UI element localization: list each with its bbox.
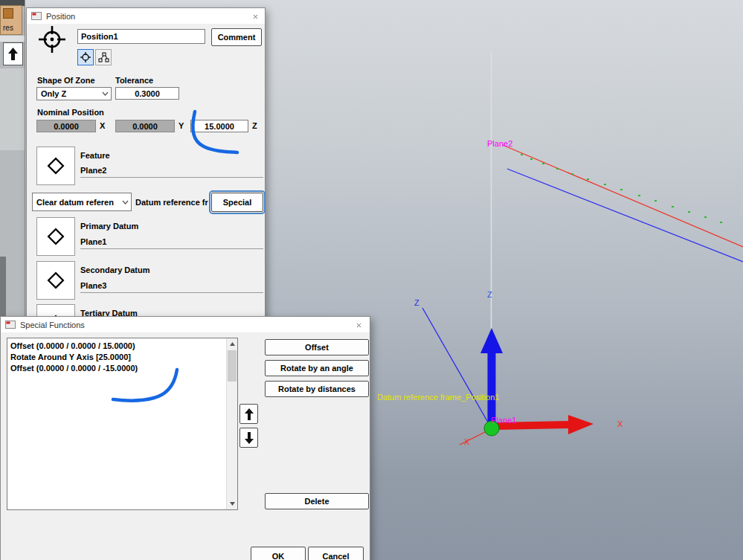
- special-button[interactable]: Special: [211, 193, 263, 212]
- axis-x-label: X: [100, 121, 105, 130]
- rotate-by-distances-label: Rotate by distances: [278, 384, 356, 393]
- axis-z-label: Z: [252, 121, 257, 130]
- nominal-y-input[interactable]: 0.0000: [115, 120, 175, 132]
- special-functions-dialog: Special Functions Offset (0.0000 / 0.000…: [0, 316, 370, 560]
- ok-button-label: OK: [272, 552, 285, 560]
- move-item-down-button[interactable]: [239, 428, 258, 448]
- mode-toggle-group: [77, 49, 112, 65]
- datum-reference-dropdown[interactable]: Clear datum referen: [32, 193, 132, 211]
- move-item-up-button[interactable]: [239, 404, 258, 424]
- secondary-datum-label: Secondary Datum: [80, 265, 150, 274]
- offset-button[interactable]: Offset: [265, 339, 369, 355]
- feature-name-input[interactable]: Position1: [77, 29, 205, 44]
- position-crosshair-icon: [38, 25, 66, 54]
- up-arrow-icon: [8, 48, 18, 60]
- position-dialog-titlebar[interactable]: Position: [27, 8, 265, 24]
- comment-button-label: Comment: [218, 33, 256, 42]
- position-close-button[interactable]: [249, 10, 262, 22]
- datum-frame-label: Datum reference frame_Position1: [377, 393, 499, 402]
- datum-z-axis-line: [422, 308, 490, 426]
- secondary-datum-value[interactable]: Plane3: [80, 281, 263, 293]
- list-item[interactable]: Offset (0.0000 / 0.0000 / -15.0000): [7, 363, 237, 374]
- scrollbar-thumb[interactable]: [228, 350, 237, 382]
- secondary-datum-selector-box[interactable]: [36, 261, 75, 300]
- triangle-down-icon: [230, 502, 235, 506]
- scrollbar-down-button[interactable]: [227, 498, 237, 509]
- ok-button[interactable]: OK: [251, 547, 306, 560]
- down-arrow-icon: [245, 432, 254, 444]
- z-axis-arrow-head: [480, 328, 503, 353]
- cancel-button[interactable]: Cancel: [308, 547, 364, 560]
- tolerance-label: Tolerance: [115, 76, 153, 85]
- rotate-by-angle-label: Rotate by an angle: [280, 364, 353, 373]
- rail-divider: [0, 36, 25, 42]
- rotate-by-distances-button[interactable]: Rotate by distances: [265, 381, 369, 397]
- plane-diamond-icon: [45, 269, 67, 292]
- app-window-icon: [5, 321, 16, 329]
- primary-datum-value[interactable]: Plane1: [80, 237, 263, 249]
- measurement-points: [521, 154, 722, 223]
- scroll-up-button[interactable]: [3, 42, 23, 65]
- z-axis-label-left: Z: [414, 298, 419, 307]
- position-mode-toggle[interactable]: [77, 49, 94, 65]
- features-toolbar-icon: [3, 8, 13, 19]
- plane-top-label: Plane2: [487, 139, 512, 148]
- features-toolbar-tab[interactable]: res: [0, 5, 22, 35]
- feature-value[interactable]: Plane2: [80, 166, 263, 178]
- point-pattern-icon: [98, 52, 109, 62]
- feature-selector-box[interactable]: [36, 147, 75, 185]
- x-axis-label-right: X: [617, 419, 623, 428]
- nominal-position-label: Nominal Position: [37, 108, 104, 117]
- list-item[interactable]: Rotate Around Y Axis [25.0000]: [7, 352, 237, 363]
- rotate-by-angle-button[interactable]: Rotate by an angle: [265, 360, 369, 376]
- tolerance-input[interactable]: 0.3000: [115, 87, 179, 100]
- delete-button[interactable]: Delete: [265, 493, 369, 509]
- triangle-up-icon: [230, 342, 235, 346]
- plane-edge-blue-line: [507, 169, 743, 262]
- primary-datum-selector-box[interactable]: [36, 217, 75, 256]
- primary-datum-label: Primary Datum: [80, 222, 138, 231]
- datum-reference-dropdown-value: Clear datum referen: [36, 198, 114, 207]
- axis-y-label: Y: [178, 121, 184, 130]
- rail-panel-segment: [0, 68, 25, 150]
- x-axis-arrow-shaft: [495, 425, 570, 426]
- shape-of-zone-value: Only Z: [41, 89, 66, 98]
- special-functions-titlebar[interactable]: Special Functions: [1, 317, 370, 332]
- shape-of-zone-label: Shape Of Zone: [37, 76, 95, 85]
- nominal-x-value: 0.0000: [54, 122, 79, 131]
- feature-name-value: Position1: [81, 32, 118, 41]
- offset-button-label: Offset: [305, 343, 329, 352]
- crosshair-mode-icon: [80, 52, 91, 62]
- plane-diamond-icon: [45, 225, 67, 248]
- x-axis-arrow-head: [568, 415, 594, 434]
- plane-diamond-icon: [45, 155, 67, 177]
- z-axis-label-top: Z: [487, 290, 492, 299]
- tolerance-value: 0.3000: [135, 89, 160, 98]
- scrollbar-up-button[interactable]: [227, 338, 237, 350]
- nominal-x-input[interactable]: 0.0000: [36, 120, 96, 132]
- list-item[interactable]: Offset (0.0000 / 0.0000 / 15.0000): [7, 338, 237, 352]
- comment-button[interactable]: Comment: [211, 28, 262, 46]
- x-axis-label-left: X: [464, 437, 470, 446]
- features-tab-label: res: [3, 24, 13, 32]
- transformation-listbox[interactable]: Offset (0.0000 / 0.0000 / 15.0000) Rotat…: [7, 338, 238, 510]
- up-arrow-icon: [245, 408, 254, 420]
- special-button-label: Special: [223, 198, 252, 207]
- position-dialog-title: Position: [46, 12, 75, 21]
- pattern-mode-toggle[interactable]: [95, 49, 112, 65]
- nominal-z-value: 15.0000: [205, 122, 234, 131]
- plane-origin-label: Plane1: [491, 416, 516, 425]
- close-icon: [357, 322, 361, 329]
- close-icon: [254, 13, 257, 20]
- shape-of-zone-dropdown[interactable]: Only Z: [36, 87, 112, 100]
- special-functions-close-button[interactable]: [353, 319, 365, 331]
- datum-reference-frame-label: Datum reference fr: [135, 198, 210, 207]
- listbox-scrollbar[interactable]: [226, 338, 237, 509]
- cancel-button-label: Cancel: [322, 552, 349, 560]
- rail-dark-segment: [0, 257, 6, 316]
- nominal-z-input[interactable]: 15.0000: [190, 120, 248, 132]
- chevron-down-icon: [102, 91, 109, 96]
- chevron-down-icon: [122, 200, 129, 205]
- position-dialog: Position Position1 Comment: [26, 7, 266, 357]
- delete-button-label: Delete: [304, 497, 329, 506]
